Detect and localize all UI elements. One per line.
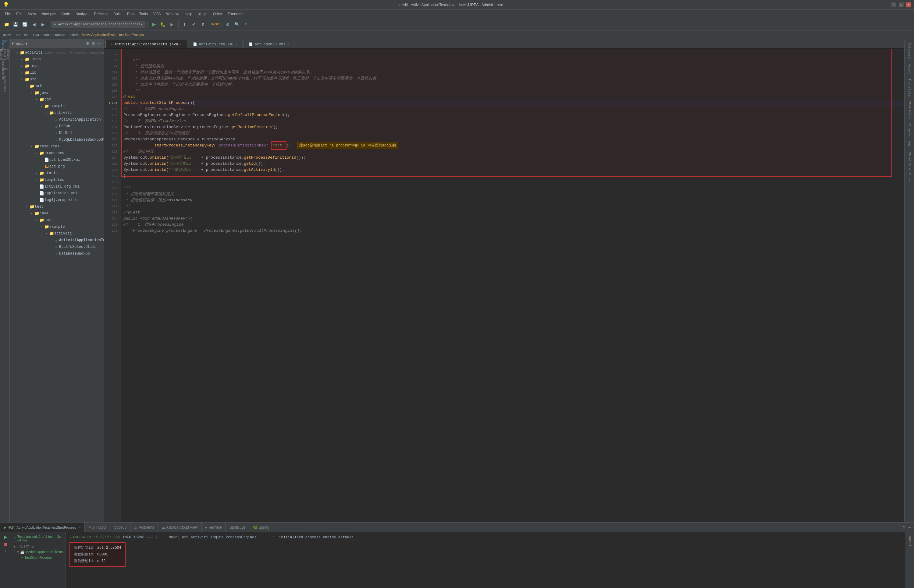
coverage-button[interactable]: ▶ <box>168 20 176 28</box>
code-line-121[interactable]: * 启动流程实例，添加businessKey <box>121 197 904 204</box>
tree-item-src[interactable]: ▾📁src <box>10 76 104 83</box>
breadcrumb-class[interactable]: ActivitiApplicationTests <box>82 33 115 37</box>
code-line-116[interactable]: System.out.println("当前活动Id: " + processI… <box>121 167 904 173</box>
tree-item-com[interactable]: ▾📁com <box>10 96 104 103</box>
menu-plugin[interactable]: plugin <box>195 11 210 17</box>
tree-item-java[interactable]: ▾📁java <box>10 210 104 217</box>
run-output[interactable]: 2024-04-11 15:52:57.065 INFO 16200 --- [… <box>66 532 906 588</box>
menu-other[interactable]: Other <box>211 11 225 17</box>
tree-item-main[interactable]: ▾📁main <box>10 83 104 89</box>
sidebar-alibaba-icon[interactable]: Alibaba Cloud Explorer <box>1 50 9 59</box>
breadcrumb-src[interactable]: src <box>16 33 20 37</box>
tab-spring[interactable]: 🌿 Spring <box>249 523 273 532</box>
code-line-118[interactable] <box>121 179 904 185</box>
code-line-105[interactable]: public void testStartProcess(){ <box>121 100 904 106</box>
breadcrumb-com[interactable]: com <box>43 33 49 37</box>
tree-item-lib[interactable]: ▸📁lib <box>10 69 104 76</box>
tree-item-activiti[interactable]: ▾📁activiti library root, D:\testworkspac… <box>10 49 104 56</box>
menu-view[interactable]: View <box>26 11 38 17</box>
menu-edit[interactable]: Edit <box>14 11 25 17</box>
tree-item-backtoselectutils[interactable]: ☕BackToSelectUtils <box>10 244 104 250</box>
breadcrumb-example[interactable]: example <box>52 33 65 37</box>
tree-item-activiti[interactable]: ▾📁activiti <box>10 110 104 116</box>
code-line-126[interactable]: ProcessEngine processEngine = ProcessEng… <box>121 228 904 234</box>
sidebar-project-icon[interactable]: 1: Project <box>1 41 9 49</box>
run-tab-close[interactable]: ✕ <box>78 526 81 529</box>
jrebel-panel-label[interactable]: JRebel <box>908 533 912 548</box>
tree-item-test[interactable]: ▾📁test <box>10 204 104 210</box>
tree-item-templates[interactable]: ▸📁templates <box>10 177 104 183</box>
tree-item-databasebackup[interactable]: ☕DatabaseBackup <box>10 250 104 257</box>
tree-item-resources[interactable]: ▾📁resources <box>10 143 104 150</box>
code-line-119[interactable]: /** <box>121 185 904 191</box>
code-line-104[interactable]: @Test <box>121 94 904 100</box>
code-line-112[interactable]: .startProcessInstanceByKey( processDefin… <box>121 142 904 149</box>
tree-item-example[interactable]: ▾📁example <box>10 223 104 230</box>
code-line-98[interactable]: /** <box>121 57 904 63</box>
tree-item-dbjob[interactable]: ☕DbJob <box>10 123 104 130</box>
code-line-114[interactable]: System.out.println("流程定义Id: " + processI… <box>121 155 904 161</box>
tree-item-static[interactable]: ▸📁static <box>10 170 104 177</box>
tree-item-activitiapplication[interactable]: ☕ActivitiApplication <box>10 116 104 123</box>
rerun-button[interactable]: ▶ <box>4 534 7 540</box>
code-line-115[interactable]: System.out.println("流程实例Id: " + processI… <box>121 161 904 167</box>
code-line-109[interactable]: RuntimeService runtimeService = processE… <box>121 124 904 130</box>
minimize-button[interactable]: ─ <box>891 2 896 7</box>
tab-terminal[interactable]: ▸ Terminal <box>202 523 226 532</box>
run-tree-method[interactable]: ✓ testStartProcess <box>13 555 63 560</box>
code-line-108[interactable]: // 2. 获取RunTimeService <box>121 118 904 124</box>
run-button[interactable]: ▶ <box>150 20 158 28</box>
tree-item-act.png[interactable]: 🖼act.png <box>10 163 104 170</box>
code-line-100[interactable]: * 针对该流程，启动一个流程表示发起一个新的出差申请单，这就相当于Java类与j… <box>121 69 904 76</box>
menu-vcs[interactable]: VCS <box>151 11 164 17</box>
code-line-122[interactable]: */ <box>121 204 904 210</box>
code-line-103[interactable]: */ <box>121 88 904 94</box>
maximize-button[interactable]: □ <box>899 2 904 7</box>
menu-build[interactable]: Build <box>111 11 124 17</box>
project-expand-icon[interactable]: ⊟ <box>91 41 96 46</box>
tab-activiti-application-tests[interactable]: ☕ ActivitiApplicationTests.java ✕ <box>105 40 187 48</box>
breadcrumb-java[interactable]: java <box>33 33 39 37</box>
code-line-107[interactable]: ProcessEngine processEngine = ProcessEng… <box>121 112 904 118</box>
tree-item-processes[interactable]: ▾📁processes <box>10 150 104 157</box>
tree-item-com[interactable]: ▾📁com <box>10 217 104 223</box>
tab-run[interactable]: ▶ Run: ActivitiApplicationTests.testStar… <box>0 523 85 532</box>
menu-code[interactable]: Code <box>59 11 73 17</box>
tree-item-dbutil[interactable]: ☕DbUtil <box>10 130 104 136</box>
tab-spotbugs[interactable]: SpotBugs <box>226 523 249 532</box>
jrebel-btn[interactable]: JRebel <box>212 20 219 28</box>
toolbar-sync-btn[interactable]: 🔄 <box>21 20 29 28</box>
tree-item-log4j.properties[interactable]: 📄log4j.properties <box>10 197 104 204</box>
panel-ant[interactable]: Ant <box>906 139 912 150</box>
code-line-117[interactable]: } <box>121 173 904 179</box>
menu-translate[interactable]: Translate <box>225 11 245 17</box>
menu-help[interactable]: Help <box>182 11 195 17</box>
code-line-124[interactable]: public void addBusinessKey(){ <box>121 216 904 222</box>
menu-file[interactable]: File <box>2 11 13 17</box>
menu-run[interactable]: Run <box>125 11 136 17</box>
code-content[interactable]: /** * 启动流程实例 * 针对该流程，启动一个流程表示发起一个新的出差申请单… <box>121 49 904 522</box>
tab-todo[interactable]: ≡ 6: TODO <box>85 523 110 532</box>
stop-button[interactable]: ⏹ <box>3 542 8 547</box>
minimize-panel-icon[interactable]: ─ <box>908 525 911 530</box>
search-btn[interactable]: 🔍 <box>233 20 241 28</box>
code-line-97[interactable] <box>121 51 904 57</box>
tree-item-mysqldatabasebackuputil[interactable]: ☕MySQLDatabaseBackupUtil <box>10 136 104 143</box>
tab-alibaba-cloud[interactable]: ☁ Alibaba Cloud View <box>158 523 202 532</box>
code-line-113[interactable]: // 输出内容 <box>121 149 904 155</box>
tree-item-example[interactable]: ▾📁example <box>10 103 104 110</box>
scroll-end-button[interactable]: ↓ <box>5 548 6 552</box>
tab-close-1[interactable]: ✕ <box>180 43 182 46</box>
panel-maven[interactable]: Maven <box>906 61 912 76</box>
code-line-120[interactable]: * 启动前记着部署流程定义 <box>121 191 904 197</box>
sidebar-structure-icon[interactable]: Z Structure <box>1 60 9 69</box>
tab-codeup[interactable]: Codeup <box>110 523 130 532</box>
run-tree-class[interactable]: ▾ ☕ ActivitiApplicationTests <box>13 549 63 555</box>
tree-item-java[interactable]: ▾📁java <box>10 89 104 96</box>
code-line-110[interactable]: // 3. 根据流程定义Id启动流程 <box>121 130 904 136</box>
vcs-commit-btn[interactable]: ✔ <box>190 20 198 28</box>
tab-problems[interactable]: ⚠ Problems <box>130 523 158 532</box>
run-config-dropdown[interactable]: ▶ ActivitiApplicationTests.testStartProc… <box>52 21 145 28</box>
tree-item-act.bpmn20.xml[interactable]: 📄act.bpmn20.xml <box>10 157 104 163</box>
panel-translate[interactable]: Translate <box>906 76 912 99</box>
